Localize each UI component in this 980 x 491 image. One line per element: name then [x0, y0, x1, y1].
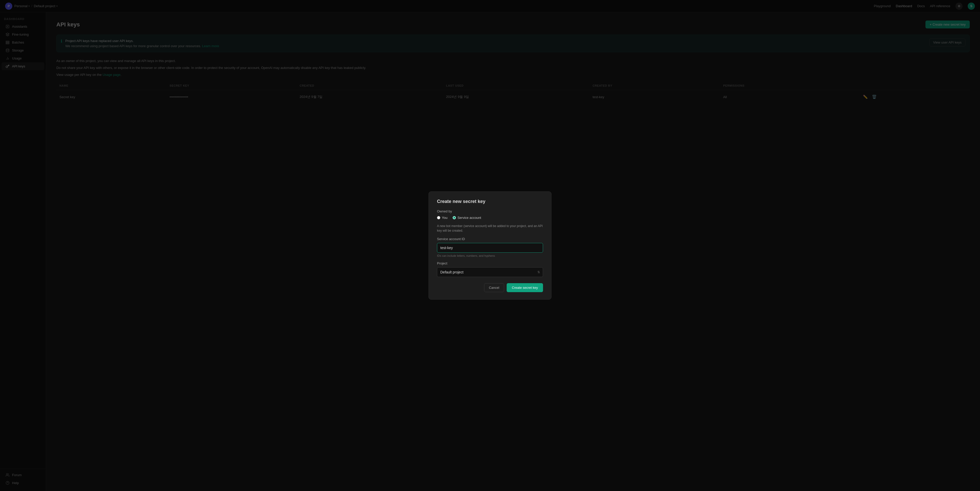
modal-footer: Cancel Create secret key — [437, 283, 543, 292]
project-select[interactable]: Default project — [437, 267, 543, 277]
project-select-wrap: Default project ⇅ — [437, 267, 543, 277]
service-account-id-input[interactable] — [437, 243, 543, 253]
service-account-id-field: Service account ID IDs can include lette… — [437, 237, 543, 257]
project-field: Project Default project ⇅ — [437, 261, 543, 277]
create-secret-key-button[interactable]: Create secret key — [507, 283, 543, 292]
radio-you-label: You — [442, 216, 447, 220]
cancel-button[interactable]: Cancel — [484, 283, 504, 292]
modal-dialog: Create new secret key Owned by You Servi… — [428, 191, 552, 300]
owned-by-radio-group: You Service account — [437, 216, 543, 220]
radio-option-service-account[interactable]: Service account — [453, 216, 481, 220]
owned-by-field: Owned by You Service account — [437, 209, 543, 220]
modal-helper-text: A new bot member (service account) will … — [437, 224, 543, 233]
radio-service-account[interactable] — [453, 216, 456, 219]
owned-by-label: Owned by — [437, 209, 543, 213]
radio-service-account-label: Service account — [457, 216, 481, 220]
service-account-id-label: Service account ID — [437, 237, 543, 241]
radio-option-you[interactable]: You — [437, 216, 447, 220]
service-account-id-hint: IDs can include letters, numbers, and hy… — [437, 254, 543, 257]
radio-you[interactable] — [437, 216, 440, 219]
project-label: Project — [437, 261, 543, 265]
modal-overlay[interactable]: Create new secret key Owned by You Servi… — [0, 0, 980, 491]
modal-title: Create new secret key — [437, 199, 543, 204]
